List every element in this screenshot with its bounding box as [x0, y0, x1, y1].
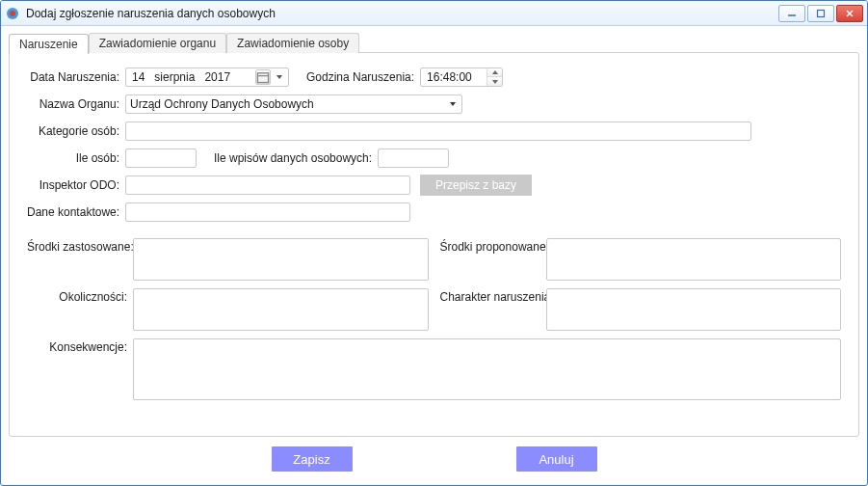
cancel-button[interactable]: Anuluj	[516, 446, 597, 472]
svg-marker-9	[492, 70, 498, 74]
date-month: sierpnia	[154, 70, 195, 84]
spin-down-icon[interactable]	[487, 77, 502, 86]
tab-panel-naruszenie: Data Naruszenia: 14 sierpnia 2017 Godzin…	[9, 52, 859, 437]
inspector-input[interactable]	[125, 176, 410, 195]
nature-textarea[interactable]	[546, 288, 842, 331]
tab-strip: Naruszenie Zawiadomienie organu Zawiadom…	[9, 32, 859, 53]
consequences-label: Konsekwencje:	[27, 338, 133, 354]
time-label: Godzina Naruszenia:	[289, 70, 420, 84]
authority-label: Nazwa Organu:	[27, 97, 125, 111]
circumstances-textarea[interactable]	[133, 288, 429, 331]
records-count-input[interactable]	[378, 148, 449, 168]
date-label: Data Naruszenia:	[27, 70, 125, 84]
time-value: 16:48:00	[421, 70, 487, 84]
dialog-footer: Zapisz Anuluj	[9, 437, 859, 477]
contact-input[interactable]	[125, 202, 410, 222]
titlebar[interactable]: Dodaj zgłoszenie naruszenia danych osobo…	[1, 1, 867, 26]
applied-textarea[interactable]	[133, 238, 429, 281]
circumstances-label: Okoliczności:	[27, 288, 133, 304]
tab-zawiadomienie-organu[interactable]: Zawiadomienie organu	[89, 33, 226, 53]
time-picker[interactable]: 16:48:00	[420, 68, 503, 87]
svg-rect-6	[257, 73, 268, 83]
nature-label: Charakter naruszenia:	[440, 288, 546, 304]
calendar-icon[interactable]	[255, 69, 271, 85]
svg-marker-10	[492, 80, 498, 84]
records-count-label: Ile wpisów danych osobowych:	[197, 151, 378, 165]
close-button[interactable]	[836, 5, 863, 22]
people-count-input[interactable]	[125, 148, 197, 168]
inspector-label: Inspektor ODO:	[27, 178, 125, 192]
tab-zawiadomienie-osoby[interactable]: Zawiadomienie osoby	[226, 33, 359, 53]
save-button[interactable]: Zapisz	[272, 446, 353, 472]
copy-from-db-button[interactable]: Przepisz z bazy	[420, 175, 532, 196]
date-picker[interactable]: 14 sierpnia 2017	[125, 68, 289, 87]
client-area: Naruszenie Zawiadomienie organu Zawiadom…	[1, 26, 867, 485]
applied-label: Środki zastosowane:	[27, 238, 133, 254]
spin-up-icon[interactable]	[487, 68, 502, 77]
window-frame: Dodaj zgłoszenie naruszenia danych osobo…	[0, 0, 868, 486]
contact-label: Dane kontaktowe:	[27, 205, 125, 219]
maximize-button[interactable]	[807, 5, 834, 22]
app-icon	[5, 6, 20, 21]
chevron-down-icon[interactable]	[445, 96, 460, 112]
svg-point-1	[10, 11, 15, 16]
date-dropdown-icon[interactable]	[273, 73, 286, 81]
tab-naruszenie[interactable]: Naruszenie	[9, 34, 89, 54]
people-count-label: Ile osób:	[27, 151, 125, 165]
window-controls	[778, 5, 863, 22]
window-title: Dodaj zgłoszenie naruszenia danych osobo…	[26, 7, 778, 20]
proposed-textarea[interactable]	[546, 238, 842, 281]
date-year: 2017	[204, 70, 230, 84]
proposed-label: Środki proponowane:	[440, 238, 546, 254]
svg-marker-8	[276, 75, 282, 79]
svg-rect-3	[818, 10, 825, 16]
svg-marker-11	[450, 102, 456, 106]
authority-input[interactable]	[125, 94, 462, 114]
time-spinner[interactable]	[487, 68, 502, 86]
date-day: 14	[132, 70, 145, 84]
categories-label: Kategorie osób:	[27, 124, 125, 138]
minimize-button[interactable]	[778, 5, 805, 22]
authority-combo[interactable]	[125, 94, 462, 114]
categories-input[interactable]	[125, 122, 751, 141]
consequences-textarea[interactable]	[133, 338, 841, 400]
